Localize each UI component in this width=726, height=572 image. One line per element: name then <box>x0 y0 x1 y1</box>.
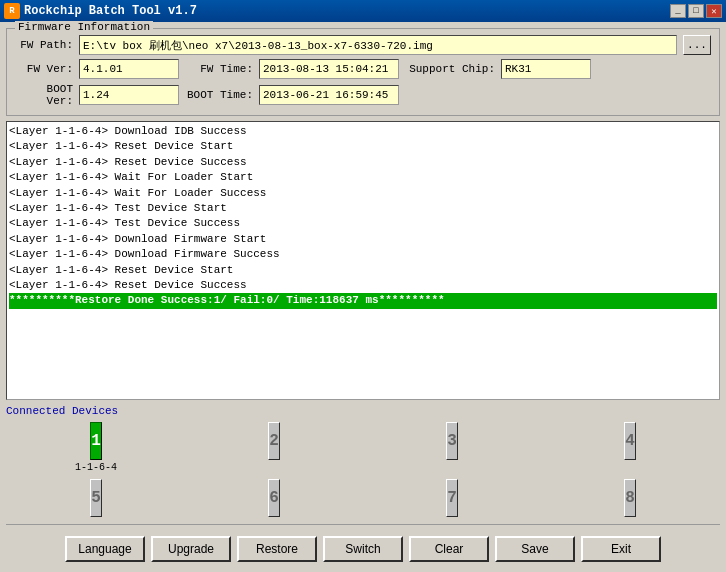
language-button[interactable]: Language <box>65 536 145 562</box>
log-line: <Layer 1-1-6-4> Test Device Start <box>9 201 717 216</box>
log-line: <Layer 1-1-6-4> Wait For Loader Success <box>9 186 717 201</box>
title-controls[interactable]: _ □ ✕ <box>670 4 722 18</box>
device-container: 4 <box>544 422 716 473</box>
device-button-3[interactable]: 3 <box>446 422 458 460</box>
fw-time-input[interactable] <box>259 59 399 79</box>
upgrade-button[interactable]: Upgrade <box>151 536 231 562</box>
device-button-5[interactable]: 5 <box>90 479 102 517</box>
log-success-line: **********Restore Done Success:1/ Fail:0… <box>9 293 717 308</box>
device-button-7[interactable]: 7 <box>446 479 458 517</box>
devices-section: Connected Devices 11-1-6-42345678 <box>6 405 720 517</box>
exit-button[interactable]: Exit <box>581 536 661 562</box>
switch-button[interactable]: Switch <box>323 536 403 562</box>
device-button-6[interactable]: 6 <box>268 479 280 517</box>
device-sublabel-1: 1-1-6-4 <box>75 462 117 473</box>
divider <box>6 524 720 525</box>
fw-ver-input[interactable] <box>79 59 179 79</box>
log-line: <Layer 1-1-6-4> Download IDB Success <box>9 124 717 139</box>
app-icon: R <box>4 3 20 19</box>
clear-button[interactable]: Clear <box>409 536 489 562</box>
log-line: <Layer 1-1-6-4> Test Device Success <box>9 216 717 231</box>
device-button-8[interactable]: 8 <box>624 479 636 517</box>
title-bar-left: R Rockchip Batch Tool v1.7 <box>4 3 197 19</box>
support-chip-input[interactable] <box>501 59 591 79</box>
device-container: 8 <box>544 479 716 517</box>
close-button[interactable]: ✕ <box>706 4 722 18</box>
device-container: 7 <box>366 479 538 517</box>
firmware-group-label: Firmware Information <box>15 21 153 33</box>
device-container: 11-1-6-4 <box>10 422 182 473</box>
log-line: <Layer 1-1-6-4> Reset Device Start <box>9 263 717 278</box>
window-title: Rockchip Batch Tool v1.7 <box>24 4 197 18</box>
maximize-button[interactable]: □ <box>688 4 704 18</box>
log-line: <Layer 1-1-6-4> Reset Device Success <box>9 155 717 170</box>
bottom-buttons: Language Upgrade Restore Switch Clear Sa… <box>6 532 720 566</box>
boot-time-label: BOOT Time: <box>185 89 253 101</box>
log-line: <Layer 1-1-6-4> Reset Device Success <box>9 278 717 293</box>
restore-button[interactable]: Restore <box>237 536 317 562</box>
device-container: 5 <box>10 479 182 517</box>
title-bar: R Rockchip Batch Tool v1.7 _ □ ✕ <box>0 0 726 22</box>
boot-ver-row: BOOT Ver: BOOT Time: <box>15 83 711 107</box>
browse-button[interactable]: ... <box>683 35 711 55</box>
log-line: <Layer 1-1-6-4> Download Firmware Succes… <box>9 247 717 262</box>
device-container: 3 <box>366 422 538 473</box>
device-button-1[interactable]: 1 <box>90 422 102 460</box>
support-chip-label: Support Chip: <box>405 63 495 75</box>
fw-path-label: FW Path: <box>15 39 73 51</box>
device-container: 6 <box>188 479 360 517</box>
minimize-button[interactable]: _ <box>670 4 686 18</box>
log-area[interactable]: <Layer 1-1-6-4> Download IDB Success<Lay… <box>6 121 720 400</box>
log-line: <Layer 1-1-6-4> Wait For Loader Start <box>9 170 717 185</box>
devices-grid: 11-1-6-42345678 <box>6 422 720 517</box>
log-line: <Layer 1-1-6-4> Download Firmware Start <box>9 232 717 247</box>
firmware-group: Firmware Information FW Path: ... FW Ver… <box>6 28 720 116</box>
fw-ver-label: FW Ver: <box>15 63 73 75</box>
fw-path-input[interactable] <box>79 35 677 55</box>
device-button-4[interactable]: 4 <box>624 422 636 460</box>
fw-time-label: FW Time: <box>185 63 253 75</box>
save-button[interactable]: Save <box>495 536 575 562</box>
fw-ver-row: FW Ver: FW Time: Support Chip: <box>15 59 711 79</box>
boot-ver-input[interactable] <box>79 85 179 105</box>
boot-time-input[interactable] <box>259 85 399 105</box>
main-window: Firmware Information FW Path: ... FW Ver… <box>0 22 726 572</box>
fw-path-row: FW Path: ... <box>15 35 711 55</box>
log-line: <Layer 1-1-6-4> Reset Device Start <box>9 139 717 154</box>
devices-label: Connected Devices <box>6 405 720 417</box>
boot-ver-label: BOOT Ver: <box>15 83 73 107</box>
device-button-2[interactable]: 2 <box>268 422 280 460</box>
device-container: 2 <box>188 422 360 473</box>
